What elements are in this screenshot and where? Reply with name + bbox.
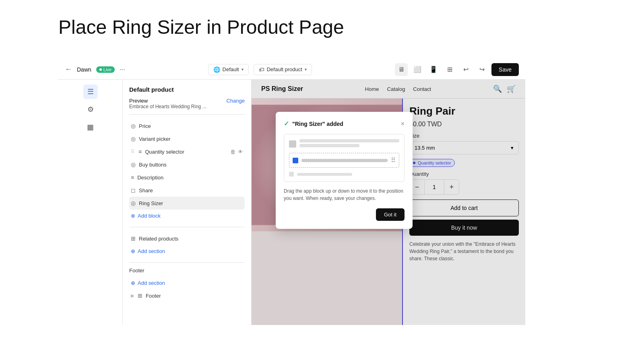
change-link[interactable]: Change xyxy=(226,98,245,104)
add-section-plus-icon-2: ⊕ xyxy=(131,280,135,286)
drag-icon: ⠿ xyxy=(131,149,134,154)
divider-1 xyxy=(129,114,245,115)
modal-header: ✓ "Ring Sizer" added × xyxy=(284,120,405,128)
page-title: Place Ring Sizer in Product Page xyxy=(0,0,644,50)
sidebar-preview-row: Preview Embrace of Hearts Wedding Ring .… xyxy=(129,98,245,109)
product-label: Default product xyxy=(267,66,302,72)
preview-info: Preview Embrace of Hearts Wedding Ring .… xyxy=(129,98,206,109)
block-lines xyxy=(299,139,399,149)
price-label: Price xyxy=(139,123,151,129)
block-row-1 xyxy=(289,139,399,149)
desc-label: Description xyxy=(137,175,163,181)
qty-delete-icon[interactable]: 🗑 xyxy=(230,149,235,155)
custom-view-button[interactable]: ⊞ xyxy=(443,63,456,76)
add-section-label-1: Add section xyxy=(138,248,165,254)
sidebar-item-quantity-selector[interactable]: ⠿ ≡ Quantity selector 🗑 👁 xyxy=(129,145,245,158)
modal-body-text: Drag the app block up or down to move it… xyxy=(284,187,405,202)
qty-actions: 🗑 👁 xyxy=(230,149,243,155)
live-label: Live xyxy=(103,67,111,72)
divider-3 xyxy=(129,262,245,263)
toolbar: ← Dawn Live ··· 🌐 Default ▾ 🏷 Default pr… xyxy=(58,60,525,80)
theme-chevron: ▾ xyxy=(242,67,244,72)
save-button[interactable]: Save xyxy=(491,63,519,76)
ring-sizer-label: Ring Sizer xyxy=(139,200,163,206)
block-drag-handle-icon[interactable]: ⠿ xyxy=(391,156,396,164)
modal-footer: Got it xyxy=(284,208,405,221)
toolbar-left: ← Dawn Live ··· xyxy=(65,65,125,74)
modal-title: ✓ "Ring Sizer" added xyxy=(284,120,343,128)
live-dot xyxy=(99,68,102,71)
modal-overlay: ✓ "Ring Sizer" added × xyxy=(252,80,525,325)
redo-button[interactable]: ↪ xyxy=(475,63,488,76)
undo-button[interactable]: ↩ xyxy=(459,63,472,76)
preview-text: Embrace of Hearts Wedding Ring ... xyxy=(129,104,206,109)
mobile-view-button[interactable]: 📱 xyxy=(427,63,440,76)
more-button[interactable]: ··· xyxy=(120,66,125,73)
left-panel: ☰ ⚙ ▦ xyxy=(58,80,123,325)
sidebar-item-price[interactable]: ◎ Price xyxy=(129,119,245,132)
desktop-view-button[interactable]: 🖥 xyxy=(395,63,408,76)
block-line-sm xyxy=(297,173,352,176)
block-color-indicator xyxy=(293,158,298,163)
buy-label: Buy buttons xyxy=(139,162,167,168)
add-section-link-2[interactable]: ⊕ Add section xyxy=(129,277,245,289)
block-preview: ⠿ xyxy=(284,134,405,182)
sidebar-item-ring-sizer[interactable]: ◎ Ring Sizer xyxy=(129,197,245,210)
share-icon: ◻ xyxy=(131,187,136,193)
sidebar-item-buy-buttons[interactable]: ◎ Buy buttons xyxy=(129,158,245,171)
editor-body: ☰ ⚙ ▦ Default product Preview Embrace of… xyxy=(58,80,525,325)
buy-icon: ◎ xyxy=(131,161,136,168)
theme-selector[interactable]: 🌐 Default ▾ xyxy=(208,64,249,75)
variant-label: Variant picker xyxy=(139,136,171,142)
sidebar-item-description[interactable]: ≡ Description xyxy=(129,171,245,184)
got-it-button[interactable]: Got it xyxy=(376,208,405,221)
sidebar-item-share[interactable]: ◻ Share xyxy=(129,184,245,197)
sidebar: Default product Preview Embrace of Heart… xyxy=(123,80,252,325)
qty-icon: ≡ xyxy=(138,148,142,155)
modal-close-button[interactable]: × xyxy=(401,120,405,128)
add-block-link[interactable]: ⊕ Add block xyxy=(129,210,245,222)
store-name: Dawn xyxy=(77,66,91,73)
price-icon: ◎ xyxy=(131,123,136,129)
sidebar-item-footer[interactable]: ▶ ⊞ Footer xyxy=(129,289,245,302)
modal-title-text: "Ring Sizer" added xyxy=(292,121,343,127)
add-section-label-2: Add section xyxy=(138,280,165,286)
tablet-view-button[interactable]: ⬜ xyxy=(411,63,424,76)
footer-item-label: Footer xyxy=(146,293,161,299)
related-icon: ⊞ xyxy=(131,235,136,242)
ring-sizer-icon: ◎ xyxy=(131,200,136,206)
live-badge: Live xyxy=(96,66,115,73)
add-block-label: Add block xyxy=(138,213,161,219)
product-chevron: ▾ xyxy=(305,67,307,72)
product-selector[interactable]: 🏷 Default product ▾ xyxy=(254,64,312,75)
theme-label: Default xyxy=(223,66,239,72)
block-line-full xyxy=(299,139,399,142)
variant-icon: ◎ xyxy=(131,136,136,142)
qty-selector-label: Quantity selector xyxy=(145,149,184,155)
blocks-icon[interactable]: ▦ xyxy=(83,120,98,134)
footer-item-icon: ⊞ xyxy=(138,292,142,299)
block-row-2: ⠿ xyxy=(289,153,399,168)
sections-icon[interactable]: ☰ xyxy=(83,84,98,99)
block-line-short xyxy=(299,144,359,147)
sidebar-section-title: Default product xyxy=(129,86,245,93)
divider-2 xyxy=(129,227,245,227)
block-thumbnail-sm xyxy=(289,172,294,177)
desc-icon: ≡ xyxy=(131,174,134,181)
qty-show-icon[interactable]: 👁 xyxy=(238,149,243,155)
add-section-link-1[interactable]: ⊕ Add section xyxy=(129,245,245,257)
ring-sizer-added-modal: ✓ "Ring Sizer" added × xyxy=(276,112,413,229)
sidebar-item-related-products[interactable]: ⊞ Related products xyxy=(129,232,245,245)
sidebar-item-variant-picker[interactable]: ◎ Variant picker xyxy=(129,132,245,145)
preview-label: Preview xyxy=(129,98,206,104)
block-text-line xyxy=(301,159,388,162)
settings-icon[interactable]: ⚙ xyxy=(83,102,98,117)
block-row-3 xyxy=(289,172,399,177)
back-button[interactable]: ← xyxy=(65,65,72,74)
toolbar-right: 🖥 ⬜ 📱 ⊞ ↩ ↪ Save xyxy=(395,63,519,76)
related-label: Related products xyxy=(139,236,178,242)
add-block-plus-icon: ⊕ xyxy=(131,213,135,219)
footer-label: Footer xyxy=(129,267,245,274)
add-section-plus-icon-1: ⊕ xyxy=(131,248,135,254)
preview-area: PS Ring Sizer Home Catalog Contact 🔍 🛒 xyxy=(252,80,525,325)
